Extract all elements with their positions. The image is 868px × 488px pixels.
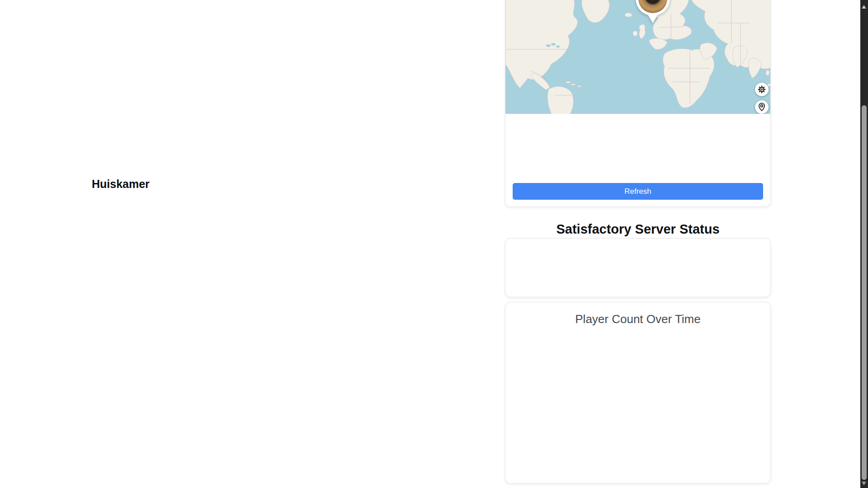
scrollbar-down-arrow-icon[interactable]	[862, 482, 866, 488]
smart-home-dashboard: Huiskamer	[0, 0, 868, 488]
gear-icon	[757, 84, 767, 94]
scrollbar-up-arrow-icon[interactable]	[862, 3, 866, 9]
world-map[interactable]	[505, 0, 770, 114]
map-locate-button[interactable]	[755, 100, 769, 114]
location-pin-icon	[757, 102, 767, 112]
device-card: Refresh	[505, 0, 771, 207]
server-online-indicator	[525, 254, 549, 278]
player-count-chart	[505, 302, 771, 484]
refresh-button[interactable]: Refresh	[513, 183, 763, 200]
pet-avatar-marker[interactable]	[635, 0, 671, 24]
scrollbar[interactable]	[860, 0, 868, 488]
chart-card: Player Count Over Time	[505, 302, 771, 483]
server-status-heading: Satisfactory Server Status	[505, 222, 771, 237]
section-heading: Huiskamer	[92, 178, 150, 191]
scrollbar-thumb[interactable]	[862, 105, 867, 480]
server-status-card	[505, 238, 771, 297]
map-settings-button[interactable]	[755, 83, 769, 96]
